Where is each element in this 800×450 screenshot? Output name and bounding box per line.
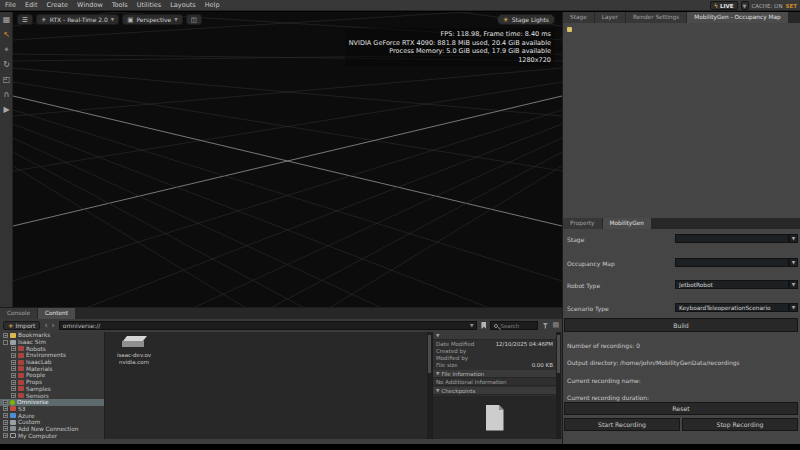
cursor-select-icon[interactable]: ↖ [0, 27, 13, 42]
cache-set-button[interactable]: SET [786, 3, 797, 9]
tree-item-robots[interactable]: +Robots [0, 345, 104, 352]
tab-layer[interactable]: Layer [595, 12, 625, 23]
search-box[interactable] [490, 321, 538, 330]
tree-item-bookmarks[interactable]: +Bookmarks [0, 332, 104, 339]
snap-tool-icon[interactable]: ∩ [0, 87, 13, 102]
search-input[interactable] [500, 323, 534, 329]
chevron-down-icon[interactable]: ▼ [789, 258, 798, 267]
start-recording-button[interactable]: Start Recording [564, 418, 680, 431]
menu-layouts[interactable]: Layouts [170, 1, 195, 9]
camera-selector[interactable]: ▣ Perspective ▼ [122, 14, 182, 25]
tree-item-custom[interactable]: +Custom [0, 419, 104, 426]
tab-mobilitygen[interactable]: MobilityGen [603, 218, 652, 229]
bookmark-icon[interactable] [481, 322, 486, 329]
tree-item-azure[interactable]: +Azure [0, 412, 104, 419]
tab-property[interactable]: Property [563, 218, 602, 229]
scale-tool-icon[interactable]: ◰ [0, 72, 13, 87]
stat-line: FPS: 118.98, Frame time: 8.40 ms [349, 30, 551, 39]
import-button[interactable]: + Import [3, 321, 40, 330]
expand-toggle-icon[interactable]: + [3, 400, 8, 405]
reset-button[interactable]: Reset [564, 402, 798, 415]
details-scrollbar[interactable] [556, 332, 561, 439]
build-button[interactable]: Build [564, 318, 798, 332]
menu-tools[interactable]: Tools [112, 1, 128, 9]
filter-icon[interactable] [542, 323, 548, 329]
expand-toggle-icon[interactable]: + [3, 420, 8, 425]
stop-recording-button[interactable]: Stop Recording [682, 418, 798, 431]
expand-toggle-icon[interactable]: + [11, 393, 16, 398]
expand-toggle-icon[interactable]: + [11, 373, 16, 378]
tree-item-add-new-connection[interactable]: +Add New Connection [0, 426, 104, 433]
expand-toggle-icon[interactable]: + [3, 333, 8, 338]
menu-create[interactable]: Create [46, 1, 68, 9]
expand-toggle-icon[interactable]: + [11, 360, 16, 365]
tree-item-my-computer[interactable]: +My Computer [0, 432, 104, 439]
tab-console[interactable]: Console [0, 308, 37, 319]
stage-lights-button[interactable]: ☀ Stage Lights [497, 14, 555, 25]
tree-item-isaac-sim[interactable]: -Isaac Sim [0, 339, 104, 346]
file-information-header[interactable]: ▼ File Information [433, 370, 556, 378]
tree-item-environments[interactable]: +Environments [0, 352, 104, 359]
file-grid[interactable]: isaac-dev.ovnvidia.com [104, 332, 427, 439]
field-row-stage: Stage▼ [563, 234, 800, 244]
chevron-down-icon[interactable]: ▼ [789, 234, 798, 243]
menu-window[interactable]: Window [77, 1, 103, 9]
path-input[interactable]: omniverse:// ▼ [59, 321, 478, 330]
tree-item-sensors[interactable]: +Sensors [0, 392, 104, 399]
field-row-robot-type: Robot TypeJetbotRobot▼ [563, 280, 800, 290]
move-tool-icon[interactable]: ⌖ [0, 42, 13, 57]
tree-item-label: Sensors [26, 393, 49, 399]
tab-render-settings[interactable]: Render Settings [626, 12, 686, 23]
forward-icon[interactable]: › [52, 321, 55, 330]
search-icon [494, 324, 498, 328]
tree-item-props[interactable]: +Props [0, 379, 104, 386]
details-collapse-header[interactable]: ▼ [433, 332, 556, 340]
tab-mobilitygen-occupancy-map[interactable]: MobilityGen - Occupancy Map [687, 12, 787, 23]
input-stage[interactable] [675, 234, 789, 243]
chevron-down-icon[interactable]: ▼ [789, 280, 798, 289]
collapse-toggle-icon[interactable]: - [3, 340, 8, 345]
horizontal-splitter[interactable] [0, 307, 562, 308]
tree-item-samples[interactable]: +Samples [0, 386, 104, 393]
expand-toggle-icon[interactable]: + [11, 386, 16, 391]
tab-stage[interactable]: Stage [563, 12, 594, 23]
checkpoints-header[interactable]: ▼ Checkpoints [433, 387, 556, 395]
tree-item-people[interactable]: +People [0, 372, 104, 379]
expand-toggle-icon[interactable]: + [3, 413, 8, 418]
back-icon[interactable]: ‹ [44, 321, 47, 330]
expand-toggle-icon[interactable]: + [3, 433, 8, 438]
rotate-tool-icon[interactable]: ↻ [0, 57, 13, 72]
tab-content[interactable]: Content [38, 308, 75, 319]
expand-toggle-icon[interactable]: + [11, 346, 16, 351]
expand-toggle-icon[interactable]: + [11, 380, 16, 385]
expand-toggle-icon[interactable]: + [11, 353, 16, 358]
occupancy-map-tool-icon[interactable] [567, 27, 572, 32]
menu-edit[interactable]: Edit [25, 1, 38, 9]
expand-toggle-icon[interactable]: + [3, 426, 8, 431]
tree-item-s3[interactable]: +S3 [0, 406, 104, 413]
grid-view-icon[interactable]: ▤ [552, 322, 559, 329]
menu-help[interactable]: Help [205, 1, 220, 9]
file-item-isaac-dev-ov[interactable]: isaac-dev.ovnvidia.com [111, 336, 157, 365]
expand-toggle-icon[interactable]: + [11, 366, 16, 371]
expand-toggle-icon[interactable]: + [3, 406, 8, 411]
menu-file[interactable]: File [5, 1, 16, 9]
renderer-selector[interactable]: ☀ RTX - Real-Time 2.0 ▼ [36, 14, 119, 25]
dropdown-scenario-type[interactable]: KeyboardTeleoperationScenario [675, 303, 789, 312]
viewport-3d[interactable]: ☰ ☀ RTX - Real-Time 2.0 ▼ ▣ Perspective … [13, 12, 562, 308]
dropdown-robot-type[interactable]: JetbotRobot [675, 280, 789, 289]
viewport-settings-button[interactable]: ◫ [186, 14, 202, 25]
vertical-splitter[interactable] [562, 12, 563, 444]
menu-utilities[interactable]: Utilities [137, 1, 161, 9]
live-button[interactable]: ϟ LIVE [710, 1, 738, 10]
live-dropdown-caret-icon[interactable]: ▼ [741, 1, 749, 10]
tree-item-materials[interactable]: +Materials [0, 365, 104, 372]
viewport-menu-button[interactable]: ☰ [17, 14, 33, 25]
play-icon[interactable]: ▶ [0, 102, 13, 117]
chevron-down-icon[interactable]: ▼ [470, 323, 473, 328]
tree-item-omniverse[interactable]: +Omniverse [0, 399, 104, 406]
input-occupancy-map[interactable] [675, 258, 789, 267]
selection-mode-icon[interactable]: ▦ [0, 12, 13, 27]
tree-item-isaaclab[interactable]: +IsaacLab [0, 359, 104, 366]
chevron-down-icon[interactable]: ▼ [789, 303, 798, 312]
